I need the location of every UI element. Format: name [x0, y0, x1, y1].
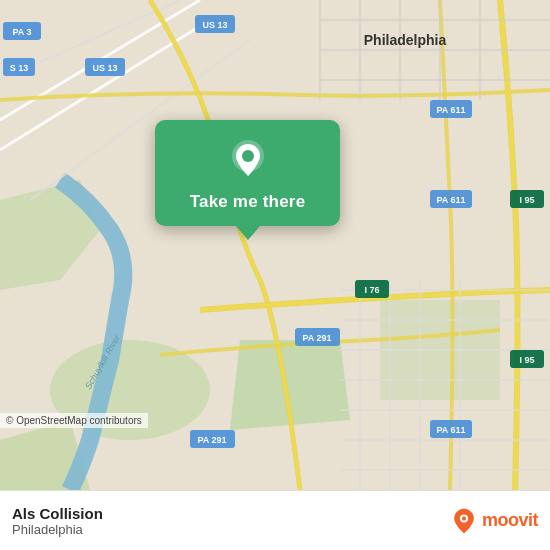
- popup-card: Take me there: [155, 120, 340, 226]
- svg-text:PA 611: PA 611: [436, 425, 465, 435]
- take-me-there-button[interactable]: Take me there: [190, 192, 306, 212]
- location-subtitle: Philadelphia: [12, 522, 103, 537]
- svg-text:PA 611: PA 611: [436, 105, 465, 115]
- svg-point-56: [242, 150, 254, 162]
- svg-text:I 95: I 95: [519, 195, 534, 205]
- moovit-pin-icon: [450, 507, 478, 535]
- moovit-brand-text: moovit: [482, 510, 538, 531]
- svg-text:S 13: S 13: [10, 63, 29, 73]
- svg-text:US 13: US 13: [92, 63, 117, 73]
- bottom-bar: Als Collision Philadelphia moovit: [0, 490, 550, 550]
- svg-text:I 95: I 95: [519, 355, 534, 365]
- svg-text:PA 291: PA 291: [197, 435, 226, 445]
- map-container: PA 3 US 13 US 13 S 13 PA 611 PA 611 PA 6…: [0, 0, 550, 490]
- svg-text:PA 3: PA 3: [12, 27, 31, 37]
- svg-text:Philadelphia: Philadelphia: [364, 32, 447, 48]
- svg-text:I 76: I 76: [364, 285, 379, 295]
- location-pin-icon: [226, 138, 270, 182]
- attribution-text: © OpenStreetMap contributors: [6, 415, 142, 426]
- location-title: Als Collision: [12, 505, 103, 522]
- svg-text:PA 291: PA 291: [302, 333, 331, 343]
- map-attribution: © OpenStreetMap contributors: [0, 413, 148, 428]
- svg-text:PA 611: PA 611: [436, 195, 465, 205]
- svg-text:US 13: US 13: [202, 20, 227, 30]
- location-info: Als Collision Philadelphia: [12, 505, 103, 537]
- moovit-logo: moovit: [450, 507, 538, 535]
- svg-point-58: [462, 516, 466, 520]
